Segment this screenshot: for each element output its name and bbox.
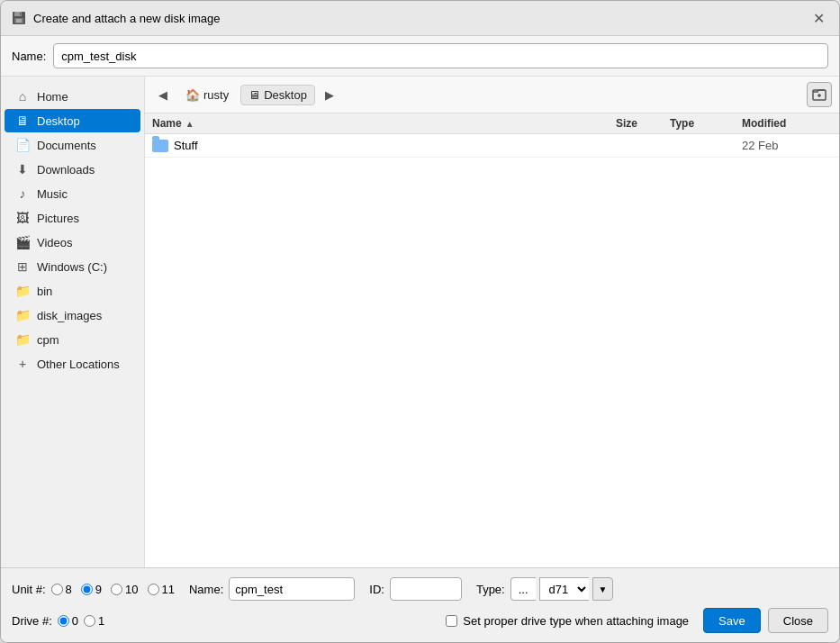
breadcrumb-desktop-label: Desktop bbox=[264, 88, 307, 102]
desktop-icon: 🖥 bbox=[248, 88, 260, 102]
col-modified-header[interactable]: Modified bbox=[742, 117, 832, 130]
back-button[interactable]: ◀ bbox=[152, 84, 174, 105]
disk-icon bbox=[12, 11, 26, 25]
cpm-icon: 📁 bbox=[15, 332, 30, 347]
sidebar-item-desktop[interactable]: 🖥 Desktop bbox=[5, 109, 140, 132]
sidebar-item-videos[interactable]: 🎬 Videos bbox=[5, 231, 140, 254]
videos-icon: 🎬 bbox=[15, 235, 30, 249]
sidebar-item-other[interactable]: + Other Locations bbox=[5, 352, 140, 376]
attach-checkbox-label[interactable]: Set proper drive type when attaching ima… bbox=[446, 614, 689, 628]
sidebar-item-label: Windows (C:) bbox=[37, 260, 107, 274]
bottom-row1: Unit #: 8 9 10 bbox=[12, 577, 828, 601]
downloads-icon: ⬇ bbox=[15, 162, 30, 177]
forward-button[interactable]: ▶ bbox=[319, 84, 340, 105]
content-area: ◀ 🏠 rusty 🖥 Desktop ▶ bbox=[145, 77, 839, 567]
type-field-label: Type: bbox=[476, 583, 505, 596]
sidebar-item-label: disk_images bbox=[37, 309, 102, 322]
titlebar-left: Create and attach a new disk image bbox=[12, 11, 220, 25]
sidebar-item-label: Pictures bbox=[37, 212, 79, 225]
sidebar: ⌂ Home 🖥 Desktop 📄 Documents ⬇ Downloads… bbox=[1, 77, 145, 567]
sidebar-item-label: cpm bbox=[37, 333, 59, 347]
windows-icon: ⊞ bbox=[15, 259, 30, 274]
sidebar-item-windows[interactable]: ⊞ Windows (C:) bbox=[5, 255, 140, 278]
sidebar-item-bin[interactable]: 📁 bin bbox=[5, 279, 140, 303]
sidebar-item-documents[interactable]: 📄 Documents bbox=[5, 133, 140, 157]
right-section: Set proper drive type when attaching ima… bbox=[446, 608, 828, 633]
breadcrumb-rusty[interactable]: 🏠 rusty bbox=[177, 85, 237, 105]
attach-checkbox[interactable] bbox=[446, 615, 457, 627]
breadcrumb-toolbar: ◀ 🏠 rusty 🖥 Desktop ▶ bbox=[145, 77, 839, 113]
bin-icon: 📁 bbox=[15, 284, 30, 298]
file-list-header: Name ▲ Size Type Modified bbox=[145, 113, 839, 134]
music-icon: ♪ bbox=[15, 186, 30, 201]
sidebar-item-pictures[interactable]: 🖼 Pictures bbox=[5, 206, 140, 230]
pictures-icon: 🖼 bbox=[15, 211, 30, 225]
unit-option-9[interactable]: 9 bbox=[81, 583, 102, 596]
id-field-label: ID: bbox=[369, 583, 384, 596]
name-field-label: Name: bbox=[189, 583, 223, 596]
file-modified-cell: 22 Feb bbox=[742, 139, 832, 152]
drive-label: Drive #: bbox=[12, 614, 52, 628]
name-row-input[interactable] bbox=[53, 43, 828, 68]
desktop-icon: 🖥 bbox=[15, 113, 30, 128]
file-name: Stuff bbox=[174, 139, 198, 152]
col-name-header[interactable]: Name ▲ bbox=[152, 117, 616, 130]
dialog: Create and attach a new disk image ✕ Nam… bbox=[0, 0, 840, 643]
sidebar-item-label: Downloads bbox=[37, 163, 95, 177]
breadcrumb-desktop[interactable]: 🖥 Desktop bbox=[240, 85, 315, 105]
file-list: Name ▲ Size Type Modified bbox=[145, 113, 839, 567]
other-icon: + bbox=[15, 357, 30, 371]
close-icon[interactable]: ✕ bbox=[808, 8, 828, 28]
unit-group: Unit #: 8 9 10 bbox=[12, 583, 175, 596]
unit-11-label: 11 bbox=[162, 583, 175, 596]
breadcrumb-rusty-label: rusty bbox=[203, 88, 229, 102]
name-row-label: Name: bbox=[12, 50, 46, 63]
unit-10-label: 10 bbox=[125, 583, 138, 596]
drive-row: Drive #: 0 1 bbox=[12, 614, 104, 628]
svg-rect-2 bbox=[20, 13, 21, 15]
sidebar-item-cpm[interactable]: 📁 cpm bbox=[5, 328, 140, 351]
home-icon: ⌂ bbox=[15, 89, 30, 104]
action-buttons: Save Close bbox=[703, 608, 828, 633]
type-dropdown-arrow[interactable]: ▼ bbox=[592, 577, 614, 601]
ellipsis-button[interactable]: ... bbox=[510, 577, 536, 601]
table-row[interactable]: Stuff 22 Feb bbox=[145, 134, 839, 158]
type-field-group: Type: ... d71 d64 d81 g64 ▼ bbox=[476, 577, 614, 601]
name-row: Name: bbox=[1, 36, 839, 77]
unit-radio-group: 8 9 10 11 bbox=[51, 583, 175, 596]
sidebar-item-label: bin bbox=[37, 285, 52, 298]
sidebar-item-home[interactable]: ⌂ Home bbox=[5, 85, 140, 108]
sidebar-item-label: Documents bbox=[37, 139, 96, 152]
documents-icon: 📄 bbox=[15, 138, 30, 152]
sort-arrow: ▲ bbox=[185, 119, 194, 129]
sidebar-item-label: Music bbox=[37, 187, 68, 201]
save-button[interactable]: Save bbox=[703, 608, 761, 633]
unit-option-11[interactable]: 11 bbox=[148, 583, 175, 596]
new-folder-button[interactable] bbox=[807, 82, 832, 107]
unit-option-10[interactable]: 10 bbox=[111, 583, 138, 596]
sidebar-item-disk-images[interactable]: 📁 disk_images bbox=[5, 303, 140, 327]
type-select[interactable]: d71 d64 d81 g64 bbox=[539, 577, 589, 601]
drive-option-0[interactable]: 0 bbox=[58, 614, 78, 628]
bottom-area: Unit #: 8 9 10 bbox=[1, 567, 839, 642]
file-name-cell: Stuff bbox=[152, 139, 616, 152]
dialog-title: Create and attach a new disk image bbox=[33, 12, 220, 25]
drive-option-1[interactable]: 1 bbox=[84, 614, 104, 628]
main-area: ⌂ Home 🖥 Desktop 📄 Documents ⬇ Downloads… bbox=[1, 77, 839, 567]
disk-images-icon: 📁 bbox=[15, 308, 30, 322]
sidebar-item-label: Desktop bbox=[37, 114, 80, 128]
close-button[interactable]: Close bbox=[768, 608, 828, 633]
name-field-input[interactable] bbox=[229, 577, 355, 601]
unit-8-label: 8 bbox=[66, 583, 72, 596]
id-field-input[interactable] bbox=[390, 577, 462, 601]
new-folder-icon bbox=[812, 87, 826, 102]
sidebar-item-downloads[interactable]: ⬇ Downloads bbox=[5, 158, 140, 181]
name-field-group: Name: bbox=[189, 577, 355, 601]
col-type-header[interactable]: Type bbox=[670, 117, 742, 130]
sidebar-item-label: Home bbox=[37, 90, 68, 104]
col-size-header[interactable]: Size bbox=[616, 117, 670, 130]
sidebar-item-music[interactable]: ♪ Music bbox=[5, 182, 140, 205]
type-select-group: ... d71 d64 d81 g64 ▼ bbox=[510, 577, 614, 601]
unit-9-label: 9 bbox=[95, 583, 102, 596]
unit-option-8[interactable]: 8 bbox=[51, 583, 72, 596]
